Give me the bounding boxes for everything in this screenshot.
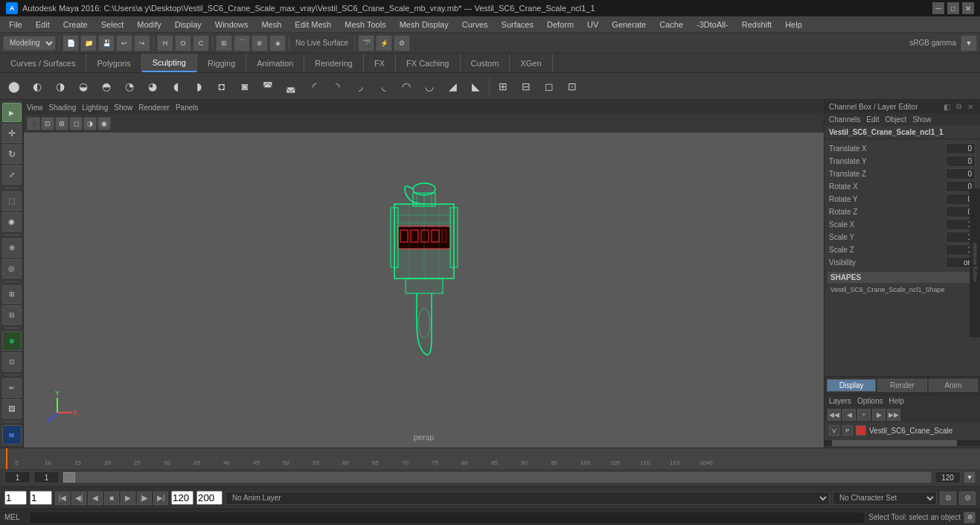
sculpt-tool-16[interactable]: ◞: [349, 75, 371, 98]
menu-generate[interactable]: Generate: [606, 19, 652, 31]
playback-current[interactable]: [30, 491, 52, 505]
frame-end-scroll[interactable]: ▼: [964, 471, 976, 483]
tab-render[interactable]: Render: [877, 379, 926, 392]
menu-mesh-tools[interactable]: Mesh Tools: [339, 19, 391, 31]
mode-dropdown[interactable]: Modeling: [3, 36, 56, 51]
menu-file[interactable]: File: [3, 19, 28, 31]
frame-slider[interactable]: [63, 471, 932, 483]
menu-edit-mesh[interactable]: Edit Mesh: [289, 19, 337, 31]
vp-wire-btn[interactable]: ◻: [69, 117, 83, 130]
select-tool[interactable]: ▸: [2, 103, 22, 122]
sculpt-tool-2[interactable]: ◐: [26, 75, 48, 98]
sculpt-tool-3[interactable]: ◑: [49, 75, 71, 98]
play-back-btn[interactable]: ◀: [88, 491, 103, 505]
maximize-button[interactable]: □: [947, 2, 959, 14]
end-frame-input[interactable]: [935, 471, 961, 483]
sculpt-tool-5[interactable]: ◓: [95, 75, 118, 98]
sculpt-tool-17[interactable]: ◟: [372, 75, 394, 98]
anim-end[interactable]: [196, 491, 222, 505]
sculpt-tool-7[interactable]: ◕: [141, 75, 164, 98]
undo-btn[interactable]: ↩: [116, 35, 132, 51]
grid-btn[interactable]: ⊟: [515, 75, 537, 98]
cb-menu-object[interactable]: Object: [885, 115, 907, 124]
layers-scroll-thumb[interactable]: [832, 440, 956, 446]
tab-rendering[interactable]: Rendering: [304, 54, 364, 72]
char-options-btn[interactable]: ⚙: [959, 491, 976, 505]
tab-animation[interactable]: Animation: [246, 54, 304, 72]
menu-create[interactable]: Create: [57, 19, 94, 31]
sculpt-tool-14[interactable]: ◜: [303, 75, 325, 98]
open-btn[interactable]: 📁: [80, 35, 97, 51]
layer-playback-btn[interactable]: P: [842, 425, 853, 436]
vp-smooth-btn[interactable]: ◉: [97, 117, 111, 130]
step-back-btn[interactable]: ◀|: [71, 491, 86, 505]
wireframe-btn[interactable]: ◻: [538, 75, 560, 98]
texture-editor[interactable]: 🖼: [2, 399, 22, 419]
layer-prev-btn[interactable]: ◀◀: [827, 409, 841, 421]
sculpt-tool-4[interactable]: ◒: [72, 75, 95, 98]
menu-edit[interactable]: Edit: [30, 19, 56, 31]
window-controls[interactable]: ─ □ ✕: [932, 2, 974, 14]
tab-custom[interactable]: Custom: [461, 54, 510, 72]
anim-options-btn[interactable]: ⚙: [940, 491, 956, 505]
sculpt-tool-9[interactable]: ◗: [188, 75, 210, 98]
camera2-btn[interactable]: ⊡: [561, 75, 583, 98]
sculpt-tool-10[interactable]: ◘: [211, 75, 233, 98]
sculpt-tool-6[interactable]: ◔: [118, 75, 141, 98]
save-btn[interactable]: 💾: [98, 35, 115, 51]
vp-menu-panels[interactable]: Panels: [176, 104, 199, 112]
select-by-object[interactable]: O: [175, 35, 191, 51]
sculpt-tool-20[interactable]: ◢: [441, 75, 464, 98]
layer-color-swatch[interactable]: [856, 425, 866, 436]
tab-polygons[interactable]: Polygons: [86, 54, 141, 72]
ipr-render[interactable]: ⚡: [376, 35, 392, 51]
menu-cache[interactable]: Cache: [653, 19, 689, 31]
lasso-select[interactable]: ⬚: [2, 191, 22, 211]
menu-3dtall[interactable]: -3DtoAll-: [691, 19, 734, 31]
cb-menu-channels[interactable]: Channels: [829, 115, 860, 124]
sculpt-tool-12[interactable]: ◚: [257, 75, 279, 98]
vp-menu-shading[interactable]: Shading: [49, 104, 77, 112]
rotate-tool[interactable]: ↻: [2, 144, 22, 164]
menu-redshift[interactable]: Redshift: [736, 19, 778, 31]
goto-end-btn[interactable]: ▶|: [153, 491, 168, 505]
minimize-button[interactable]: ─: [932, 2, 944, 14]
anim-layer-select[interactable]: No Anim Layer: [225, 491, 830, 505]
layers-menu-layers[interactable]: Layers: [829, 397, 851, 405]
frame-slider-thumb[interactable]: [63, 472, 75, 483]
menu-uv[interactable]: UV: [581, 19, 604, 31]
status-options-btn[interactable]: ⚙: [964, 512, 976, 524]
snap-grid[interactable]: ⊞: [216, 35, 232, 51]
playback-start[interactable]: [4, 491, 27, 505]
menu-deform[interactable]: Deform: [541, 19, 580, 31]
move-tool[interactable]: ✛: [2, 124, 22, 143]
layers-scrollbar[interactable]: [824, 440, 980, 446]
layer-next2-btn[interactable]: ▶▶: [887, 409, 900, 421]
prop-value-tx[interactable]: 0: [946, 143, 976, 154]
menu-mesh-display[interactable]: Mesh Display: [394, 19, 455, 31]
tab-curves-surfaces[interactable]: Curves / Surfaces: [0, 54, 86, 72]
tab-display[interactable]: Display: [827, 379, 876, 392]
menu-mesh[interactable]: Mesh: [255, 19, 287, 31]
component-mode[interactable]: ⊞: [2, 285, 22, 305]
layer-visibility-btn[interactable]: V: [829, 425, 839, 436]
redo-btn[interactable]: ↪: [134, 35, 150, 51]
layer-next-btn[interactable]: ▶: [872, 409, 885, 421]
snap-point[interactable]: ⊕: [252, 35, 268, 51]
select-by-component[interactable]: C: [193, 35, 209, 51]
stop-btn[interactable]: ■: [104, 491, 119, 505]
layer-add-btn[interactable]: +: [857, 409, 871, 421]
sculpt-tool-13[interactable]: ◛: [280, 75, 302, 98]
menu-modify[interactable]: Modify: [131, 19, 167, 31]
soft-select[interactable]: ◉: [2, 212, 22, 232]
snap-curve[interactable]: ⌒: [234, 35, 250, 51]
vp-shade-btn[interactable]: ◑: [83, 117, 97, 130]
tab-fx[interactable]: FX: [364, 54, 396, 72]
layers-menu-help[interactable]: Help: [888, 397, 904, 405]
layers-menu-options[interactable]: Options: [857, 397, 883, 405]
tab-fx-caching[interactable]: FX Caching: [396, 54, 460, 72]
mel-input[interactable]: [29, 512, 866, 524]
gamma-options[interactable]: ▼: [961, 35, 977, 51]
tab-sculpting[interactable]: Sculpting: [142, 54, 197, 72]
viewport[interactable]: View Shading Lighting Show Renderer Pane…: [24, 100, 824, 448]
